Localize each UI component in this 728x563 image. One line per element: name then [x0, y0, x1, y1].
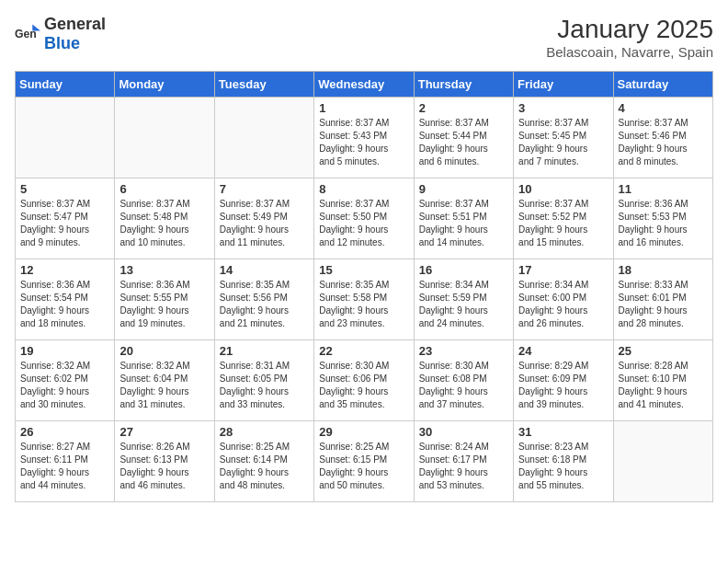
day-number: 9 [419, 182, 508, 196]
day-info: Sunrise: 8:32 AM Sunset: 6:02 PM Dayligh… [20, 360, 109, 411]
logo-icon: Gen [15, 21, 40, 47]
day-info: Sunrise: 8:30 AM Sunset: 6:06 PM Dayligh… [319, 360, 408, 411]
day-cell: 20Sunrise: 8:32 AM Sunset: 6:04 PM Dayli… [115, 340, 214, 421]
day-number: 27 [119, 425, 209, 439]
calendar-body: 1Sunrise: 8:37 AM Sunset: 5:43 PM Daylig… [16, 98, 713, 502]
day-number: 1 [319, 101, 408, 115]
day-cell: 28Sunrise: 8:25 AM Sunset: 6:14 PM Dayli… [214, 421, 313, 502]
day-info: Sunrise: 8:29 AM Sunset: 6:09 PM Dayligh… [518, 360, 608, 411]
weekday-header-saturday: Saturday [613, 72, 712, 98]
day-info: Sunrise: 8:32 AM Sunset: 6:04 PM Dayligh… [119, 360, 209, 411]
day-number: 28 [220, 425, 309, 439]
day-cell: 16Sunrise: 8:34 AM Sunset: 5:59 PM Dayli… [414, 259, 513, 340]
day-number: 15 [319, 263, 408, 277]
day-number: 26 [20, 425, 109, 439]
weekday-header-sunday: Sunday [16, 72, 115, 98]
day-info: Sunrise: 8:31 AM Sunset: 6:05 PM Dayligh… [220, 360, 309, 411]
weekday-header-friday: Friday [514, 72, 613, 98]
day-cell [613, 421, 712, 502]
day-cell [16, 98, 115, 178]
week-row-5: 26Sunrise: 8:27 AM Sunset: 6:11 PM Dayli… [16, 421, 713, 502]
day-cell: 18Sunrise: 8:33 AM Sunset: 6:01 PM Dayli… [613, 259, 712, 340]
day-cell: 27Sunrise: 8:26 AM Sunset: 6:13 PM Dayli… [115, 421, 214, 502]
day-cell: 25Sunrise: 8:28 AM Sunset: 6:10 PM Dayli… [613, 340, 712, 421]
weekday-header-thursday: Thursday [414, 72, 513, 98]
day-cell: 26Sunrise: 8:27 AM Sunset: 6:11 PM Dayli… [16, 421, 115, 502]
day-info: Sunrise: 8:34 AM Sunset: 5:59 PM Dayligh… [419, 279, 508, 330]
day-info: Sunrise: 8:27 AM Sunset: 6:11 PM Dayligh… [20, 441, 109, 492]
day-number: 4 [619, 101, 708, 115]
calendar-table: SundayMondayTuesdayWednesdayThursdayFrid… [15, 71, 713, 502]
day-cell: 24Sunrise: 8:29 AM Sunset: 6:09 PM Dayli… [514, 340, 613, 421]
week-row-2: 5Sunrise: 8:37 AM Sunset: 5:47 PM Daylig… [16, 178, 713, 259]
day-number: 14 [220, 263, 309, 277]
weekday-header-monday: Monday [115, 72, 214, 98]
day-number: 22 [319, 344, 408, 358]
calendar-subtitle: Belascoain, Navarre, Spain [546, 44, 713, 60]
day-cell [214, 98, 313, 178]
day-cell: 22Sunrise: 8:30 AM Sunset: 6:06 PM Dayli… [314, 340, 414, 421]
day-info: Sunrise: 8:37 AM Sunset: 5:52 PM Dayligh… [518, 198, 608, 249]
day-info: Sunrise: 8:24 AM Sunset: 6:17 PM Dayligh… [419, 441, 508, 492]
day-info: Sunrise: 8:37 AM Sunset: 5:43 PM Dayligh… [319, 117, 408, 168]
day-number: 10 [518, 182, 608, 196]
day-number: 25 [619, 344, 708, 358]
day-cell: 17Sunrise: 8:34 AM Sunset: 6:00 PM Dayli… [514, 259, 613, 340]
day-info: Sunrise: 8:28 AM Sunset: 6:10 PM Dayligh… [619, 360, 708, 411]
day-info: Sunrise: 8:37 AM Sunset: 5:44 PM Dayligh… [419, 117, 508, 168]
day-cell: 9Sunrise: 8:37 AM Sunset: 5:51 PM Daylig… [414, 178, 513, 259]
day-info: Sunrise: 8:37 AM Sunset: 5:46 PM Dayligh… [619, 117, 708, 168]
logo-general-text: General [44, 15, 106, 33]
day-cell: 4Sunrise: 8:37 AM Sunset: 5:46 PM Daylig… [613, 98, 712, 178]
day-info: Sunrise: 8:37 AM Sunset: 5:49 PM Dayligh… [220, 198, 309, 249]
day-info: Sunrise: 8:34 AM Sunset: 6:00 PM Dayligh… [518, 279, 608, 330]
day-number: 2 [419, 101, 508, 115]
weekday-header-row: SundayMondayTuesdayWednesdayThursdayFrid… [16, 72, 713, 98]
day-info: Sunrise: 8:37 AM Sunset: 5:48 PM Dayligh… [119, 198, 209, 249]
day-cell: 11Sunrise: 8:36 AM Sunset: 5:53 PM Dayli… [613, 178, 712, 259]
day-number: 19 [20, 344, 109, 358]
day-number: 8 [319, 182, 408, 196]
day-info: Sunrise: 8:36 AM Sunset: 5:55 PM Dayligh… [119, 279, 209, 330]
day-number: 17 [518, 263, 608, 277]
calendar-title: January 2025 [546, 15, 713, 44]
title-block: January 2025 Belascoain, Navarre, Spain [546, 15, 713, 60]
day-cell: 7Sunrise: 8:37 AM Sunset: 5:49 PM Daylig… [214, 178, 313, 259]
week-row-1: 1Sunrise: 8:37 AM Sunset: 5:43 PM Daylig… [16, 98, 713, 178]
day-number: 7 [220, 182, 309, 196]
svg-marker-1 [32, 25, 40, 31]
day-cell: 5Sunrise: 8:37 AM Sunset: 5:47 PM Daylig… [16, 178, 115, 259]
day-number: 12 [20, 263, 109, 277]
day-number: 5 [20, 182, 109, 196]
day-info: Sunrise: 8:25 AM Sunset: 6:14 PM Dayligh… [220, 441, 309, 492]
logo: Gen General Blue [15, 15, 106, 53]
day-info: Sunrise: 8:37 AM Sunset: 5:45 PM Dayligh… [518, 117, 608, 168]
day-number: 23 [419, 344, 508, 358]
week-row-4: 19Sunrise: 8:32 AM Sunset: 6:02 PM Dayli… [16, 340, 713, 421]
day-cell: 31Sunrise: 8:23 AM Sunset: 6:18 PM Dayli… [514, 421, 613, 502]
day-cell: 14Sunrise: 8:35 AM Sunset: 5:56 PM Dayli… [214, 259, 313, 340]
day-cell: 13Sunrise: 8:36 AM Sunset: 5:55 PM Dayli… [115, 259, 214, 340]
day-info: Sunrise: 8:33 AM Sunset: 6:01 PM Dayligh… [619, 279, 708, 330]
day-info: Sunrise: 8:36 AM Sunset: 5:53 PM Dayligh… [619, 198, 708, 249]
day-cell: 30Sunrise: 8:24 AM Sunset: 6:17 PM Dayli… [414, 421, 513, 502]
day-info: Sunrise: 8:35 AM Sunset: 5:58 PM Dayligh… [319, 279, 408, 330]
week-row-3: 12Sunrise: 8:36 AM Sunset: 5:54 PM Dayli… [16, 259, 713, 340]
day-cell: 29Sunrise: 8:25 AM Sunset: 6:15 PM Dayli… [314, 421, 414, 502]
day-number: 29 [319, 425, 408, 439]
day-cell: 19Sunrise: 8:32 AM Sunset: 6:02 PM Dayli… [16, 340, 115, 421]
day-number: 18 [619, 263, 708, 277]
day-info: Sunrise: 8:37 AM Sunset: 5:50 PM Dayligh… [319, 198, 408, 249]
day-info: Sunrise: 8:36 AM Sunset: 5:54 PM Dayligh… [20, 279, 109, 330]
day-number: 6 [119, 182, 209, 196]
weekday-header-wednesday: Wednesday [314, 72, 414, 98]
day-cell: 6Sunrise: 8:37 AM Sunset: 5:48 PM Daylig… [115, 178, 214, 259]
day-cell: 12Sunrise: 8:36 AM Sunset: 5:54 PM Dayli… [16, 259, 115, 340]
day-cell: 21Sunrise: 8:31 AM Sunset: 6:05 PM Dayli… [214, 340, 313, 421]
day-number: 30 [419, 425, 508, 439]
day-info: Sunrise: 8:23 AM Sunset: 6:18 PM Dayligh… [518, 441, 608, 492]
day-info: Sunrise: 8:26 AM Sunset: 6:13 PM Dayligh… [119, 441, 209, 492]
day-cell: 1Sunrise: 8:37 AM Sunset: 5:43 PM Daylig… [314, 98, 414, 178]
day-cell: 8Sunrise: 8:37 AM Sunset: 5:50 PM Daylig… [314, 178, 414, 259]
day-number: 11 [619, 182, 708, 196]
